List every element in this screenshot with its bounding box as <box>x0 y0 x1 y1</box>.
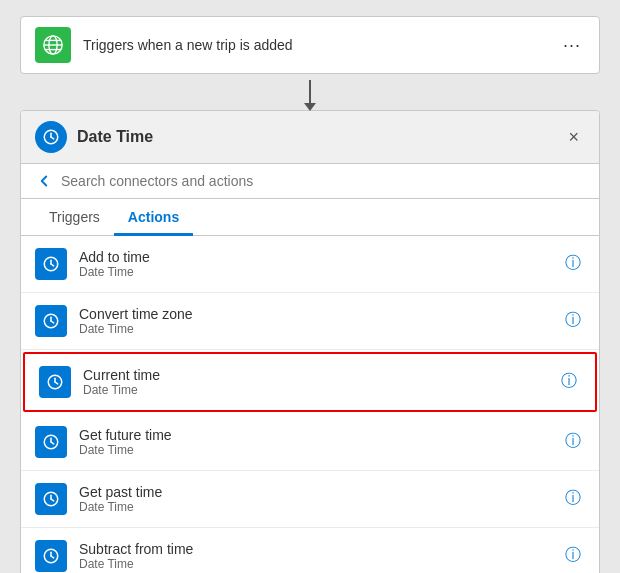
svg-line-13 <box>51 321 54 323</box>
trigger-icon <box>35 27 71 63</box>
clock-icon <box>42 255 60 273</box>
svg-line-22 <box>51 499 54 501</box>
action-icon-convert-time-zone <box>35 305 67 337</box>
action-icon-subtract-from-time <box>35 540 67 572</box>
clock-icon <box>42 547 60 565</box>
action-info-button-get-future-time[interactable]: ⓘ <box>561 427 585 456</box>
panel-header: Date Time × <box>21 111 599 164</box>
clock-icon <box>46 373 64 391</box>
action-info-get-past-time: Get past time Date Time <box>79 484 549 514</box>
search-input[interactable] <box>61 173 585 189</box>
action-info-button-subtract-from-time[interactable]: ⓘ <box>561 541 585 570</box>
clock-icon <box>42 490 60 508</box>
action-subtitle-convert-time-zone: Date Time <box>79 322 549 336</box>
action-name-get-past-time: Get past time <box>79 484 549 500</box>
action-list: Add to time Date Time ⓘ Convert time zon… <box>21 236 599 574</box>
svg-line-19 <box>51 442 54 444</box>
arrow-down-icon <box>309 80 311 104</box>
action-subtitle-get-future-time: Date Time <box>79 443 549 457</box>
svg-line-7 <box>51 137 54 139</box>
clock-icon <box>42 433 60 451</box>
trigger-card: Triggers when a new trip is added ··· <box>20 16 600 74</box>
action-info-button-current-time[interactable]: ⓘ <box>557 367 581 396</box>
action-name-add-to-time: Add to time <box>79 249 549 265</box>
action-subtitle-add-to-time: Date Time <box>79 265 549 279</box>
trigger-more-button[interactable]: ··· <box>559 31 585 60</box>
action-icon-current-time <box>39 366 71 398</box>
action-item-get-past-time[interactable]: Get past time Date Time ⓘ <box>21 471 599 528</box>
svg-line-25 <box>51 556 54 558</box>
search-bar <box>21 164 599 199</box>
panel-title: Date Time <box>77 128 552 146</box>
action-item-convert-time-zone[interactable]: Convert time zone Date Time ⓘ <box>21 293 599 350</box>
clock-icon <box>42 128 60 146</box>
globe-icon <box>42 34 64 56</box>
action-name-get-future-time: Get future time <box>79 427 549 443</box>
action-item-get-future-time[interactable]: Get future time Date Time ⓘ <box>21 414 599 471</box>
action-icon-get-past-time <box>35 483 67 515</box>
action-name-subtract-from-time: Subtract from time <box>79 541 549 557</box>
connector-arrow <box>309 74 311 110</box>
action-info-add-to-time: Add to time Date Time <box>79 249 549 279</box>
action-subtitle-current-time: Date Time <box>83 383 545 397</box>
tabs-container: Triggers Actions <box>21 199 599 236</box>
action-info-current-time: Current time Date Time <box>83 367 545 397</box>
svg-line-10 <box>51 264 54 266</box>
action-item-add-to-time[interactable]: Add to time Date Time ⓘ <box>21 236 599 293</box>
search-back-button[interactable] <box>35 172 53 190</box>
datetime-header-icon <box>35 121 67 153</box>
main-container: Triggers when a new trip is added ··· Da… <box>16 16 604 573</box>
action-item-current-time[interactable]: Current time Date Time ⓘ <box>23 352 597 412</box>
action-info-button-add-to-time[interactable]: ⓘ <box>561 249 585 278</box>
action-name-convert-time-zone: Convert time zone <box>79 306 549 322</box>
tab-triggers[interactable]: Triggers <box>35 199 114 236</box>
trigger-label: Triggers when a new trip is added <box>83 37 547 53</box>
tab-actions[interactable]: Actions <box>114 199 193 236</box>
action-item-subtract-from-time[interactable]: Subtract from time Date Time ⓘ <box>21 528 599 574</box>
action-info-subtract-from-time: Subtract from time Date Time <box>79 541 549 571</box>
action-info-button-get-past-time[interactable]: ⓘ <box>561 484 585 513</box>
action-info-button-convert-time-zone[interactable]: ⓘ <box>561 306 585 335</box>
datetime-panel: Date Time × Triggers Actions <box>20 110 600 573</box>
svg-line-16 <box>55 382 58 384</box>
action-info-get-future-time: Get future time Date Time <box>79 427 549 457</box>
panel-close-button[interactable]: × <box>562 126 585 148</box>
clock-icon <box>42 312 60 330</box>
action-subtitle-subtract-from-time: Date Time <box>79 557 549 571</box>
action-subtitle-get-past-time: Date Time <box>79 500 549 514</box>
action-name-current-time: Current time <box>83 367 545 383</box>
action-info-convert-time-zone: Convert time zone Date Time <box>79 306 549 336</box>
action-icon-get-future-time <box>35 426 67 458</box>
action-icon-add-to-time <box>35 248 67 280</box>
